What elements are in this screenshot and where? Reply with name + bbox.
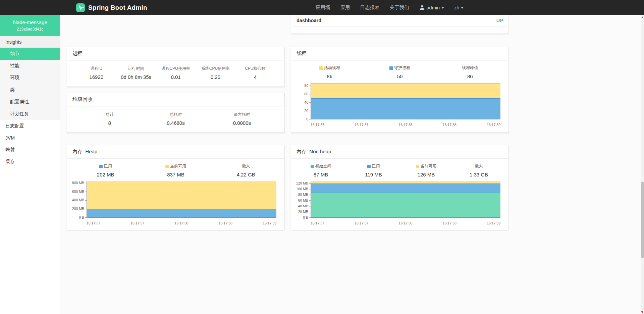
gc-metrics: 总计 8 总耗时 0.4680s 最大耗时 0.0000s: [67, 106, 284, 130]
sidebar-item-caches[interactable]: 缓存: [0, 156, 60, 168]
sidebar-item-details[interactable]: 细节: [0, 48, 60, 60]
legend-item: 活动线程 86: [294, 65, 365, 79]
sidebar-item-scheduled-tasks[interactable]: 计划任务: [0, 108, 60, 120]
legend-swatch: [367, 165, 371, 168]
legend-item: 最大 4.22 GB: [211, 163, 281, 177]
instance-sidebar: blade-message 213a6ad3d41c Insights 细节 性…: [0, 15, 60, 314]
instance-id: 213a6ad3d41c: [3, 27, 57, 32]
nav-item-journal[interactable]: 日志报表: [360, 4, 380, 11]
legend-swatch: [319, 66, 323, 70]
nonheap-x-axis: 16:17:3716:17:3716:17:3816:17:3816:17:39: [311, 221, 500, 225]
nav-item-wallboard[interactable]: 应用墙: [316, 4, 330, 11]
sidebar-item-config-props[interactable]: 配置属性: [0, 96, 60, 108]
locale-label: zh: [454, 5, 459, 10]
locale-menu[interactable]: zh: [454, 5, 464, 10]
legend-item: 线程峰值 86: [435, 65, 505, 79]
legend-swatch: [416, 165, 419, 168]
main-content: 进程 进程ID 16920 运行时间 0d 0h 8m 35s 进程CPU使用率…: [60, 15, 641, 314]
sidebar-menu: Insights 细节 性能 环境 类 配置属性 计划任务 日志配置 JVM 映…: [0, 36, 60, 168]
user-name: admin: [427, 5, 440, 10]
gc-card-title: 垃圾回收: [67, 93, 284, 106]
scroll-up-arrow-icon[interactable]: [641, 15, 644, 19]
process-metrics: 进程ID 16920 运行时间 0d 0h 8m 35s 进程CPU使用率 0.…: [67, 60, 284, 85]
metric-process-cpu: 进程CPU使用率 0.01: [156, 66, 196, 80]
spring-boot-admin-logo-icon: [76, 3, 85, 12]
heap-legend: 已用 202 MB 当前可用 837 MB 最大 4.22 GB: [67, 159, 284, 178]
health-item-name: dashboard: [297, 18, 321, 23]
threads-area-chart: 020406080 16:17:3716:17:3716:17:3816:17:…: [291, 81, 508, 128]
threads-x-axis: 16:17:3716:17:3716:17:3816:17:3816:17:39: [311, 123, 500, 127]
legend-swatch: [99, 165, 103, 168]
heap-card-title: 内存: Heap: [67, 145, 284, 159]
navbar-menu: 应用墙 应用 日志报表 关于我们 admin zh: [316, 0, 464, 15]
nonheap-legend: 初始空间 87 MB 已用 119 MB 当前可用 126 MB 最大 1.33…: [291, 159, 508, 178]
nonheap-memory-card: 内存: Non heap 初始空间 87 MB 已用 119 MB 当前可用 1…: [291, 145, 508, 230]
chevron-down-icon: [441, 7, 444, 9]
brand[interactable]: Spring Boot Admin: [76, 3, 147, 12]
health-row: dashboard UP: [291, 15, 508, 27]
nav-item-about[interactable]: 关于我们: [390, 4, 409, 11]
user-avatar-icon: [419, 5, 425, 10]
legend-item: 当前可用 126 MB: [400, 163, 452, 177]
sidebar-item-classes[interactable]: 类: [0, 84, 60, 96]
legend-item: 初始空间 87 MB: [294, 163, 347, 177]
metric-pid: 进程ID 16920: [76, 66, 116, 80]
legend-item: 当前可用 837 MB: [141, 163, 211, 177]
right-column: dashboard UP 线程 活动线程 86 守护进程 50 线程: [291, 15, 508, 230]
heap-area-chart: 0 B200 MB400 MB600 MB800 MB 16:17:3716:1…: [67, 179, 284, 226]
nonheap-plot-area: 0 B20 MB40 MB60 MB80 MB100 MB120 MB: [311, 181, 500, 218]
chevron-down-icon: [461, 7, 464, 9]
nonheap-card-title: 内存: Non heap: [291, 145, 508, 159]
nav-item-applications[interactable]: 应用: [340, 4, 350, 11]
sidebar-item-environment[interactable]: 环境: [0, 72, 60, 84]
threads-card-title: 线程: [291, 47, 508, 60]
sidebar-item-jvm[interactable]: JVM: [0, 132, 60, 144]
instance-header: blade-message 213a6ad3d41c: [0, 15, 60, 36]
instance-name: blade-message: [3, 19, 57, 25]
insights-submenu: 细节 性能 环境 类 配置属性 计划任务: [0, 48, 60, 120]
process-card: 进程 进程ID 16920 运行时间 0d 0h 8m 35s 进程CPU使用率…: [67, 47, 284, 87]
legend-item: 已用 119 MB: [347, 163, 400, 177]
metric-system-cpu: 系统CPU使用率 0.20: [196, 66, 235, 80]
legend-swatch: [311, 165, 314, 168]
status-badge: UP: [496, 18, 503, 23]
threads-card: 线程 活动线程 86 守护进程 50 线程峰值 86: [291, 47, 508, 133]
metric-cpu-cores: CPU核心数 4: [235, 66, 275, 80]
sidebar-item-performance[interactable]: 性能: [0, 60, 60, 72]
legend-item: 最大 1.33 GB: [452, 163, 505, 177]
legend-swatch: [165, 165, 169, 168]
threads-plot-area: 020406080: [311, 83, 500, 119]
nonheap-area-chart: 0 B20 MB40 MB60 MB80 MB100 MB120 MB 16:1…: [291, 179, 508, 226]
metric-gc-count: 总计 8: [76, 112, 143, 126]
scroll-down-arrow-icon[interactable]: [641, 310, 644, 314]
metric-gc-total-time: 总耗时 0.4680s: [143, 112, 209, 126]
sidebar-item-loggers[interactable]: 日志配置: [0, 120, 60, 132]
heap-memory-card: 内存: Heap 已用 202 MB 当前可用 837 MB 最大 4.22 G…: [67, 145, 284, 230]
threads-legend: 活动线程 86 守护进程 50 线程峰值 86: [291, 60, 508, 80]
legend-swatch: [389, 66, 393, 70]
scrollbar-thumb[interactable]: [641, 182, 644, 258]
app-title: Spring Boot Admin: [88, 4, 147, 11]
metric-gc-max-time: 最大耗时 0.0000s: [209, 112, 275, 126]
heap-plot-area: 0 B200 MB400 MB600 MB800 MB: [87, 181, 276, 218]
legend-item: 已用 202 MB: [70, 163, 141, 177]
process-card-title: 进程: [67, 47, 284, 60]
heap-x-axis: 16:17:3716:17:3716:17:3816:17:3816:17:39: [87, 221, 276, 225]
sidebar-item-mappings[interactable]: 映射: [0, 144, 60, 156]
metric-uptime: 运行时间 0d 0h 8m 35s: [116, 66, 156, 80]
left-column: 进程 进程ID 16920 运行时间 0d 0h 8m 35s 进程CPU使用率…: [67, 15, 284, 230]
user-menu[interactable]: admin: [419, 5, 444, 10]
legend-item: 守护进程 50: [365, 65, 435, 79]
gc-card: 垃圾回收 总计 8 总耗时 0.4680s 最大耗时 0.0000s: [67, 93, 284, 133]
health-card: dashboard UP: [291, 15, 508, 34]
vertical-scrollbar[interactable]: [641, 15, 644, 314]
sidebar-section-insights[interactable]: Insights: [0, 36, 60, 48]
top-navbar: Spring Boot Admin 应用墙 应用 日志报表 关于我们 admin…: [0, 0, 644, 15]
